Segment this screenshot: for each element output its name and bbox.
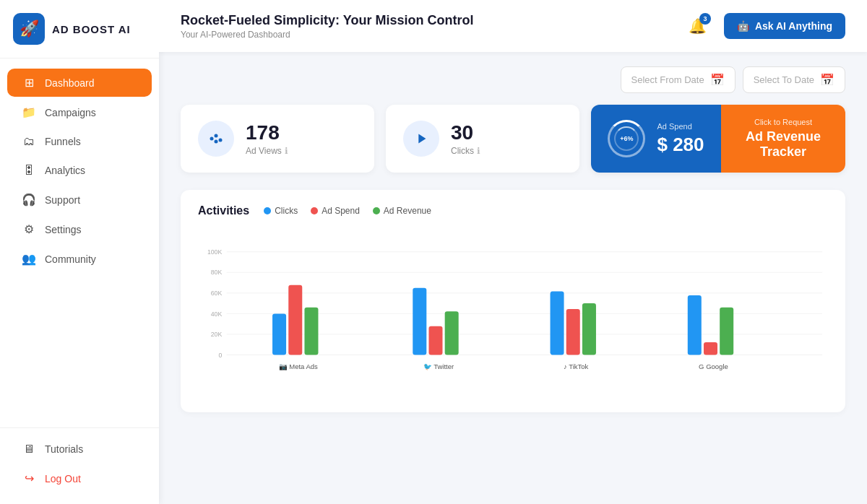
bar-meta-adrevenue [304, 308, 318, 355]
ad-spend-percent: +6% [620, 135, 633, 142]
svg-text:G Google: G Google [699, 362, 728, 370]
sidebar: 🚀 AD BOOST AI ⊞ Dashboard 📁 Campaigns 🗂 … [0, 0, 159, 504]
sidebar-item-label: Settings [45, 224, 82, 235]
dashboard-content: Select From Date 📅 Select To Date 📅 [159, 52, 867, 504]
sidebar-item-label: Tutorials [45, 443, 83, 455]
chart-legend: Clicks Ad Spend Ad Revenue [264, 206, 431, 216]
legend-label-adspend: Ad Spend [322, 206, 360, 216]
bar-chart-svg: 100K 80K 60K 40K 20K 0 [198, 229, 828, 395]
from-date-picker[interactable]: Select From Date 📅 [621, 66, 736, 93]
calendar-icon-from: 📅 [710, 73, 725, 87]
sidebar-item-label: Community [45, 253, 96, 265]
clicks-info-icon: ℹ [477, 146, 480, 156]
svg-text:0: 0 [218, 352, 222, 359]
dashboard-icon: ⊞ [22, 76, 36, 90]
ad-spend-left: +6% Ad Spend $ 280 [591, 105, 721, 173]
ad-spend-card: +6% Ad Spend $ 280 Click to Request Ad R… [591, 105, 845, 173]
svg-text:♪ TikTok: ♪ TikTok [564, 362, 589, 370]
ad-revenue-label: Ad Revenue Tracker [733, 129, 834, 160]
sidebar-item-label: Funnels [45, 136, 81, 147]
svg-text:🐦 Twitter: 🐦 Twitter [423, 362, 454, 371]
ad-revenue-tracker-button[interactable]: Click to Request Ad Revenue Tracker [721, 105, 845, 173]
svg-text:60K: 60K [211, 290, 223, 297]
stats-row: 178 Ad Views ℹ 30 Clicks [181, 105, 845, 173]
sidebar-item-label: Analytics [45, 165, 85, 176]
ad-views-data: 178 Ad Views ℹ [246, 121, 288, 156]
bar-twitter-clicks [413, 288, 426, 355]
legend-clicks: Clicks [264, 206, 298, 216]
sidebar-item-label: Dashboard [45, 77, 95, 89]
sidebar-item-funnels[interactable]: 🗂 Funnels [7, 128, 152, 155]
notification-button[interactable]: 🔔 3 [683, 12, 712, 40]
sidebar-item-label: Log Out [45, 473, 81, 485]
svg-text:📷 Meta Ads: 📷 Meta Ads [279, 362, 318, 371]
sidebar-item-dashboard[interactable]: ⊞ Dashboard [7, 69, 152, 97]
sidebar-item-analytics[interactable]: 🎛 Analytics [7, 157, 152, 184]
date-filter-row: Select From Date 📅 Select To Date 📅 [181, 66, 845, 93]
clicks-icon [413, 131, 429, 147]
ad-views-value: 178 [246, 121, 288, 144]
legend-dot-clicks [264, 207, 271, 214]
page-subtitle: Your AI-Powered Dashboard [181, 30, 473, 40]
support-icon: 🎧 [22, 193, 36, 207]
sidebar-item-settings[interactable]: ⚙ Settings [7, 215, 152, 243]
sidebar-item-campaigns[interactable]: 📁 Campaigns [7, 98, 152, 126]
bar-tiktok-clicks [551, 291, 564, 355]
ad-spend-circle: +6% [608, 120, 645, 157]
to-date-label: Select To Date [754, 74, 814, 85]
clicks-icon-wrap [403, 121, 439, 157]
bar-tiktok-adspend [566, 309, 580, 355]
bar-twitter-adrevenue [445, 311, 459, 355]
bar-google-clicks [688, 295, 702, 355]
legend-adspend: Ad Spend [311, 206, 360, 216]
svg-point-3 [215, 140, 218, 144]
bar-google-adrevenue [720, 308, 733, 355]
campaigns-icon: 📁 [22, 105, 36, 119]
page-title: Rocket-Fueled Simplicity: Your Mission C… [181, 13, 473, 28]
bar-chart-container: 100K 80K 60K 40K 20K 0 [198, 229, 828, 398]
header-right: 🔔 3 🤖 Ask AI Anything [683, 12, 845, 40]
chart-title: Activities [198, 204, 249, 217]
ad-views-icon-wrap [198, 121, 234, 157]
chart-header: Activities Clicks Ad Spend Ad Revenue [198, 204, 828, 217]
bar-meta-adspend [288, 285, 302, 355]
sidebar-item-label: Support [45, 194, 80, 206]
ask-ai-label: Ask AI Anything [755, 20, 832, 32]
sidebar-item-tutorials[interactable]: 🖥 Tutorials [7, 435, 152, 463]
ad-revenue-click-text: Click to Request [754, 118, 812, 126]
sidebar-item-community[interactable]: 👥 Community [7, 245, 152, 273]
ad-spend-value: $ 280 [657, 134, 704, 156]
sidebar-nav: ⊞ Dashboard 📁 Campaigns 🗂 Funnels 🎛 Anal… [0, 58, 159, 427]
header: Rocket-Fueled Simplicity: Your Mission C… [159, 0, 867, 52]
to-date-picker[interactable]: Select To Date 📅 [743, 66, 845, 93]
community-icon: 👥 [22, 252, 36, 266]
clicks-data: 30 Clicks ℹ [451, 121, 480, 156]
ai-icon: 🤖 [737, 20, 749, 32]
sidebar-bottom: 🖥 Tutorials ↪ Log Out [0, 427, 159, 504]
tutorials-icon: 🖥 [22, 443, 36, 456]
legend-dot-adrevenue [373, 207, 380, 214]
funnels-icon: 🗂 [22, 135, 36, 148]
svg-point-0 [210, 137, 214, 141]
svg-point-2 [219, 139, 223, 142]
clicks-label: Clicks ℹ [451, 146, 480, 156]
svg-text:80K: 80K [211, 269, 223, 276]
svg-text:100K: 100K [207, 248, 223, 256]
bar-twitter-adspend [428, 326, 442, 355]
legend-adrevenue: Ad Revenue [373, 206, 431, 216]
activities-chart-section: Activities Clicks Ad Spend Ad Revenue [181, 190, 845, 412]
main-content: Rocket-Fueled Simplicity: Your Mission C… [159, 0, 867, 504]
svg-point-1 [215, 134, 218, 138]
legend-dot-adspend [311, 207, 318, 214]
analytics-icon: 🎛 [22, 164, 36, 177]
sidebar-item-logout[interactable]: ↪ Log Out [7, 464, 152, 492]
ad-spend-title: Ad Spend [657, 122, 704, 131]
sidebar-item-support[interactable]: 🎧 Support [7, 186, 152, 214]
ad-spend-info: Ad Spend $ 280 [657, 122, 704, 156]
clicks-value: 30 [451, 121, 480, 144]
bar-meta-clicks [272, 313, 286, 355]
bar-tiktok-adrevenue [582, 303, 596, 355]
legend-label-clicks: Clicks [275, 206, 298, 216]
sidebar-item-label: Campaigns [45, 107, 96, 118]
ask-ai-button[interactable]: 🤖 Ask AI Anything [724, 13, 845, 39]
